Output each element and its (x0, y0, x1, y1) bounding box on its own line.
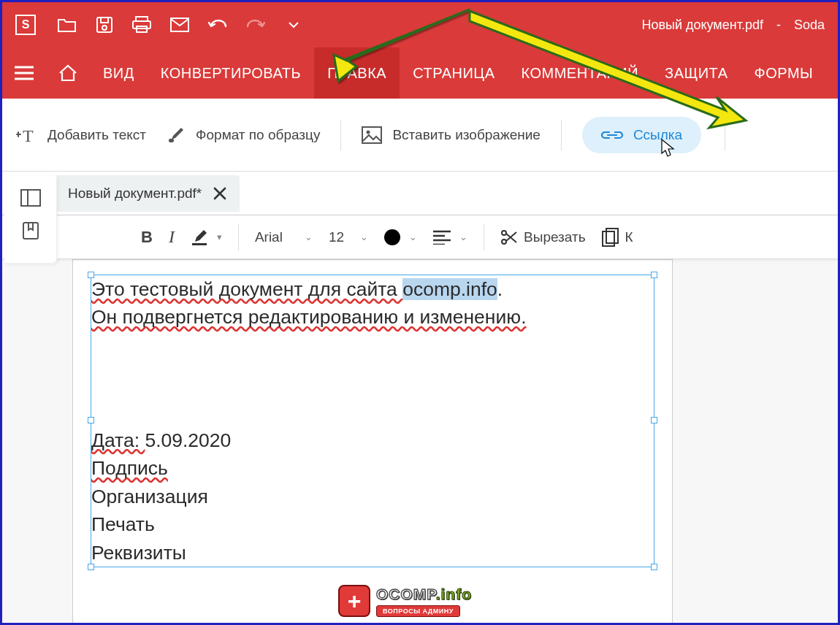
document-canvas[interactable]: Это тестовый документ для сайта ocomp.in… (2, 259, 838, 623)
separator (725, 120, 725, 150)
cut-button[interactable]: Вырезать (500, 229, 586, 246)
link-icon (601, 129, 623, 142)
mail-icon[interactable] (170, 18, 189, 32)
resize-handle[interactable] (651, 564, 657, 570)
document-tab-name: Новый документ.pdf* (68, 185, 202, 202)
text-span: Он подвергнется редактированию и изменен… (91, 306, 527, 328)
signature-line: Подпись (91, 457, 168, 479)
resize-handle[interactable] (88, 417, 94, 423)
link-label: Ссылка (633, 127, 682, 143)
app-name: Soda (794, 18, 825, 33)
svg-point-2 (102, 26, 107, 30)
resize-handle[interactable] (651, 417, 657, 423)
redo-icon[interactable] (246, 18, 265, 32)
stamp-line: Печать (91, 513, 155, 535)
svg-rect-14 (192, 243, 207, 245)
svg-rect-1 (101, 18, 108, 23)
date-label: Дата: (91, 429, 145, 451)
chevron-down-icon: ⌄ (459, 231, 467, 242)
svg-point-15 (502, 239, 506, 244)
svg-point-16 (502, 231, 506, 235)
copy-label: К (625, 229, 633, 245)
nav-tab-edit[interactable]: ПРАВКА (314, 47, 400, 99)
insert-image-button[interactable]: Вставить изображение (362, 126, 540, 144)
print-icon[interactable] (132, 16, 151, 34)
thumbnails-icon[interactable] (20, 189, 41, 207)
svg-rect-12 (21, 190, 28, 206)
hamburger-icon[interactable] (2, 47, 46, 99)
scissors-icon (500, 229, 518, 246)
text-span: . (497, 278, 503, 300)
close-tab-icon[interactable] (213, 187, 226, 200)
align-button[interactable]: ⌄ (433, 230, 467, 245)
font-size-select[interactable]: 12 ⌄ (329, 229, 368, 245)
watermark-badge: + OCOMP.info ВОПРОСЫ АДМИНУ (338, 585, 472, 617)
document-title: Новый документ.pdf (641, 18, 763, 33)
home-icon[interactable] (46, 47, 90, 99)
undo-icon[interactable] (208, 18, 227, 32)
link-button[interactable]: Ссылка (582, 117, 701, 153)
text-span: Это тестовый документ для сайта (91, 278, 402, 300)
copy-button[interactable]: К (602, 228, 633, 247)
font-color-button[interactable]: ⌄ (384, 229, 417, 245)
svg-rect-11 (21, 190, 40, 206)
svg-rect-9 (362, 127, 381, 143)
chevron-down-icon: ⌄ (409, 231, 417, 242)
italic-button[interactable]: I (169, 227, 175, 247)
watermark-title: OCOMP.info (376, 586, 472, 603)
copy-icon (602, 228, 619, 247)
highlight-button[interactable]: ▾ (191, 229, 222, 246)
format-toolbar: B I ▾ Arial ⌄ 12 ⌄ ⌄ ⌄ Вырезать К (2, 215, 838, 259)
nav-tab-protect[interactable]: ЗАЩИТА (652, 47, 741, 99)
watermark-subtitle: ВОПРОСЫ АДМИНУ (376, 605, 460, 617)
plus-icon: + (338, 585, 370, 617)
bookmarks-icon[interactable] (22, 221, 39, 240)
svg-rect-8 (169, 139, 174, 142)
title-bar: S Новый документ.pdf - Soda (2, 2, 838, 47)
svg-rect-4 (133, 21, 150, 28)
paragraph-1[interactable]: Это тестовый документ для сайта ocomp.in… (91, 275, 654, 331)
nav-tab-convert[interactable]: КОНВЕРТИРОВАТЬ (148, 47, 314, 99)
text-edit-box[interactable]: Это тестовый документ для сайта ocomp.in… (91, 275, 654, 567)
add-text-button[interactable]: T Добавить текст (15, 126, 146, 145)
brush-icon (167, 126, 186, 145)
nav-tab-page[interactable]: СТРАНИЦА (400, 47, 508, 99)
quick-access-toolbar (58, 16, 299, 34)
main-nav: ВИД КОНВЕРТИРОВАТЬ ПРАВКА СТРАНИЦА КОММЕ… (2, 47, 838, 99)
separator (484, 224, 484, 250)
format-painter-label: Формат по образцу (196, 127, 320, 143)
resize-handle[interactable] (88, 564, 94, 570)
add-text-icon: T (15, 126, 37, 145)
resize-handle[interactable] (88, 272, 94, 278)
add-text-label: Добавить текст (47, 127, 146, 143)
title-right: Новый документ.pdf - Soda (641, 18, 825, 33)
app-logo-icon: S (15, 15, 36, 35)
page[interactable]: Это тестовый документ для сайта ocomp.in… (72, 259, 673, 623)
nav-tab-forms[interactable]: ФОРМЫ (741, 47, 827, 99)
font-family-select[interactable]: Arial ⌄ (255, 229, 313, 245)
bold-button[interactable]: B (141, 228, 153, 247)
org-line: Организация (91, 486, 208, 507)
cut-label: Вырезать (524, 229, 586, 245)
left-panel (4, 176, 57, 264)
details-line: Реквизиты (91, 542, 186, 564)
resize-handle[interactable] (651, 272, 657, 278)
font-size: 12 (329, 229, 344, 245)
separator (238, 224, 239, 250)
selected-text: ocomp.info (402, 278, 497, 300)
color-swatch-icon (384, 229, 400, 245)
open-icon[interactable] (58, 17, 77, 33)
paragraph-2[interactable]: Дата: 5.09.2020 Подпись Организация Печа… (91, 426, 654, 567)
separator (561, 120, 562, 150)
font-name: Arial (255, 229, 283, 245)
save-icon[interactable] (96, 16, 113, 34)
svg-rect-13 (23, 223, 38, 239)
date-value: 5.09.2020 (145, 429, 231, 451)
nav-tab-view[interactable]: ВИД (90, 47, 148, 99)
chevron-down-icon: ⌄ (305, 231, 313, 242)
svg-text:T: T (23, 126, 34, 145)
format-painter-button[interactable]: Формат по образцу (167, 126, 320, 145)
nav-tab-comment[interactable]: КОММЕНТАРИЙ (508, 47, 652, 99)
more-dropdown-icon[interactable] (289, 21, 299, 28)
document-tab[interactable]: Новый документ.pdf* (55, 175, 240, 212)
